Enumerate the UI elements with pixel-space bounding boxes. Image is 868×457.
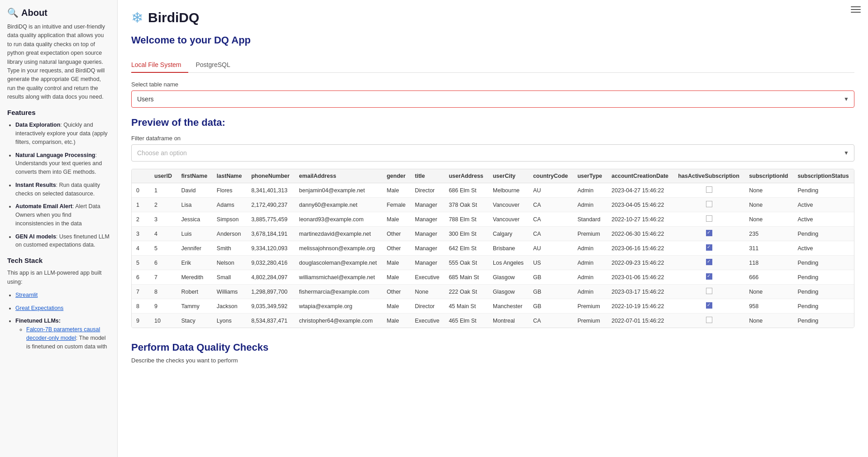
table-cell: GB [529,299,573,314]
falcon-link[interactable]: Falcon-7B parameters causal decoder-only… [26,326,100,341]
table-cell [673,270,744,285]
table-cell: None [744,183,793,198]
table-cell [673,227,744,241]
subscription-checkbox[interactable] [706,288,712,294]
table-cell: 8 [132,299,150,314]
col-creation-date: accountCreationDate [607,169,673,183]
table-cell: Admin [573,198,607,212]
feature-item: GEN AI models: Uses finetuned LLM on cus… [15,233,110,250]
tech-item-streamlit: Streamlit [15,291,110,300]
table-cell [673,198,744,212]
table-cell: Executive [410,314,444,328]
table-cell: 666 [744,270,793,285]
table-cell: 4 [132,241,150,256]
table-cell: Active [793,212,854,227]
tab-postgresql[interactable]: PostgreSQL [196,57,237,73]
table-cell: 3 [150,212,176,227]
table-cell: Jennifer [176,241,212,256]
col-firstname: firstName [176,169,212,183]
subscription-checkbox[interactable] [706,302,712,309]
streamlit-link[interactable]: Streamlit [15,292,38,298]
table-cell: 300 Elm St [444,227,488,241]
table-cell [673,183,744,198]
table-cell: Brisbane [488,241,529,256]
great-expectations-link[interactable]: Great Expectations [15,305,63,311]
table-cell: wtapia@example.org [295,299,382,314]
table-cell: Meredith [176,270,212,285]
table-cell: 1 [150,183,176,198]
table-cell: Male [382,183,410,198]
table-row: 01DavidFlores8,341,401,313benjamin04@exa… [132,183,854,198]
subscription-checkbox[interactable] [706,317,712,323]
table-cell: Admin [573,183,607,198]
features-heading: Features [7,109,110,116]
table-cell: Director [410,299,444,314]
table-cell: None [744,285,793,299]
subscription-checkbox[interactable] [706,244,712,251]
table-select[interactable]: Users [131,90,854,108]
table-header-row: userID firstName lastName phoneNumber em… [132,169,854,183]
table-cell: Flores [212,183,247,198]
table-cell: Glasgow [488,270,529,285]
table-cell: GB [529,270,573,285]
table-cell: 4,802,284,097 [247,270,295,285]
table-cell: Other [382,241,410,256]
about-description: BirdiDQ is an intuitive and user-friendl… [7,23,110,101]
subscription-checkbox[interactable] [706,230,712,236]
table-cell: 2022-07-01 15:46:22 [607,314,673,328]
table-cell: Other [382,285,410,299]
table-cell: 8,534,837,471 [247,314,295,328]
col-email: emailAddress [295,169,382,183]
table-cell [673,256,744,270]
table-cell: Vancouver [488,212,529,227]
table-cell: Luis [176,227,212,241]
table-cell: 1,298,897,700 [247,285,295,299]
subscription-checkbox[interactable] [706,259,712,265]
subscription-checkbox[interactable] [706,215,712,222]
table-cell: Vancouver [488,198,529,212]
tab-local-fs[interactable]: Local File System [131,57,188,73]
table-cell: Calgary [488,227,529,241]
table-cell: 4 [150,227,176,241]
table-cell: 7 [150,270,176,285]
table-cell: 5 [132,256,150,270]
table-cell: leonard93@example.com [295,212,382,227]
table-cell: 9,035,349,592 [247,299,295,314]
about-heading: 🔍 About [7,7,110,18]
table-cell: Pending [793,256,854,270]
table-cell: Male [382,270,410,285]
table-cell: 3,678,184,191 [247,227,295,241]
col-title: title [410,169,444,183]
table-cell: 2023-06-16 15:46:22 [607,241,673,256]
filter-select-wrapper: Choose an option ▼ [131,144,854,162]
table-cell: 0 [132,183,150,198]
table-cell: Premium [573,299,607,314]
finetuned-list: Falcon-7B parameters causal decoder-only… [15,325,110,351]
table-cell: Lyons [212,314,247,328]
table-cell: 9,334,120,093 [247,241,295,256]
table-cell: Female [382,198,410,212]
col-subscription-active: hasActiveSubscription [673,169,744,183]
brand-name: BirdiDQ [148,10,199,25]
table-cell: Simpson [212,212,247,227]
table-cell: 958 [744,299,793,314]
table-cell: 5 [150,241,176,256]
table-cell [673,314,744,328]
table-cell: 642 Elm St [444,241,488,256]
hamburger-menu[interactable] [851,6,861,13]
table-cell: martinezdavid@example.net [295,227,382,241]
table-cell: Manager [410,256,444,270]
filter-select[interactable]: Choose an option [131,144,854,162]
table-cell: Jessica [176,212,212,227]
table-cell: CA [529,314,573,328]
data-table: userID firstName lastName phoneNumber em… [132,169,854,328]
table-cell: Pending [793,270,854,285]
subscription-checkbox[interactable] [706,186,712,193]
subscription-checkbox[interactable] [706,201,712,207]
table-cell: 378 Oak St [444,198,488,212]
subscription-checkbox[interactable] [706,273,712,280]
table-cell: 45 Main St [444,299,488,314]
col-index [132,169,150,183]
table-cell: 2023-01-06 15:46:22 [607,270,673,285]
tech-item-finetuned: Finetuned LLMs: Falcon-7B parameters cau… [15,317,110,351]
